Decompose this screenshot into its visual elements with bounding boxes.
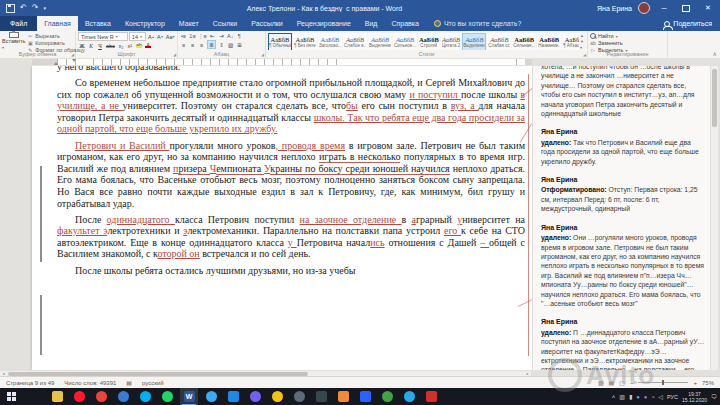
doc-paragraph[interactable]: Петрович и Василий прогуляли много уроко…	[57, 140, 525, 210]
ribbon-tab-ссылки[interactable]: Ссылки	[206, 16, 245, 31]
hidden-icons-chevron[interactable]: ˄	[612, 394, 616, 400]
first-line-indent-marker[interactable]	[72, 59, 76, 62]
vertical-scrollbar-thumb[interactable]	[712, 69, 717, 127]
doc-paragraph[interactable]: После школы ребята остались лучшими друз…	[57, 265, 525, 277]
font-color-button[interactable]: А	[144, 42, 152, 49]
styles-dialog-launcher[interactable]: ◢	[583, 52, 586, 57]
collapse-ribbon-icon[interactable]: ∧	[713, 50, 717, 57]
print-layout-icon[interactable]: ▤	[609, 379, 615, 386]
revision-block[interactable]: хотела, …и поступил чтобы он …осле школы…	[541, 66, 705, 118]
style-tile[interactable]: АаБбВ¶ Обычный	[268, 33, 292, 50]
ribbon-tab-файл[interactable]: Файл	[0, 16, 37, 31]
monitor-tray-icon[interactable]: ▥	[619, 393, 625, 400]
highlight-color-button[interactable]: ab	[135, 42, 143, 49]
borders-button[interactable]: ⊞	[236, 41, 243, 48]
taskbar-app-opera[interactable]	[70, 388, 88, 405]
style-tile[interactable]: АаБбВСтрогий	[418, 33, 440, 50]
styles-scroll-up-icon[interactable]: ▲	[580, 33, 584, 38]
revision-block[interactable]: Яна Еринаудалено: Они …рогуляли много ур…	[541, 223, 705, 309]
taskbar-app-acrobat[interactable]	[422, 388, 440, 405]
shrink-font-button[interactable]: А▼	[156, 33, 164, 40]
web-layout-icon[interactable]: ▢	[619, 379, 625, 386]
styles-scroll-down-icon[interactable]: ▼	[580, 39, 584, 44]
taskbar-app-green-app[interactable]	[378, 388, 396, 405]
taskbar-app-yellow-app[interactable]	[268, 388, 286, 405]
style-tile[interactable]: АаБбВВыделение	[368, 33, 392, 50]
justify-button[interactable]: ≣	[207, 40, 216, 49]
revision-block[interactable]: Яна Еринаудалено: П …диннадцатого класса…	[541, 317, 705, 370]
style-tile[interactable]: АаБбВСлабая сс...	[487, 33, 511, 50]
antivirus-icon[interactable]: ●	[644, 394, 648, 400]
document-text[interactable]: у него высшего образования.Со временем н…	[32, 66, 532, 276]
show-marks-button[interactable]: ¶	[236, 32, 243, 39]
ribbon-tab-вставка[interactable]: Вставка	[78, 16, 118, 31]
ribbon-tab-макет[interactable]: Макет	[172, 16, 206, 31]
style-tile[interactable]: АаБбВ¶ Абзац с...	[562, 33, 579, 50]
revision-block[interactable]: Яна Еринаудалено: Так что Петрович и Вас…	[541, 127, 705, 166]
zoom-in-icon[interactable]: +	[693, 380, 697, 386]
language-indicator[interactable]: русский	[142, 380, 164, 386]
style-tile[interactable]: АаБбВСильная...	[512, 33, 536, 50]
style-tile[interactable]: АаБбВСлабое в...	[343, 33, 367, 50]
close-button[interactable]: ✕	[700, 1, 716, 15]
replace-button[interactable]: abЗаменить	[590, 40, 665, 46]
styles-more-icon[interactable]: ▾	[580, 45, 584, 50]
taskbar-app-viber[interactable]	[246, 388, 264, 405]
taskbar-app-explorer[interactable]	[48, 388, 66, 405]
tell-me-box[interactable]: Что вы хотите сделать?	[426, 16, 529, 31]
italic-button[interactable]: К	[87, 42, 95, 49]
keyboard-language[interactable]: РУС	[667, 394, 678, 400]
decrease-indent-button[interactable]: ⇤	[209, 32, 216, 39]
bullets-button[interactable]: •≡	[180, 32, 187, 39]
page-indicator[interactable]: Страница 9 из 49	[6, 380, 54, 386]
save-icon[interactable]	[6, 4, 15, 13]
zoom-slider[interactable]	[638, 382, 688, 383]
taskbar-app-word[interactable]: W	[180, 388, 198, 405]
ribbon-tab-главная[interactable]: Главная	[37, 16, 78, 31]
doc-paragraph[interactable]: у него высшего образования.	[57, 66, 525, 73]
change-case-button[interactable]: Аа▾	[165, 33, 175, 40]
zoom-level[interactable]: 75%	[702, 380, 714, 386]
align-left-button[interactable]: ≡	[180, 41, 187, 48]
qat-customize-icon[interactable]: ▾	[43, 4, 46, 12]
sort-button[interactable]: А↓	[227, 32, 234, 39]
doc-paragraph[interactable]: После одиннадцатого класса Петрович пост…	[57, 214, 525, 260]
taskbar-app-mail[interactable]	[224, 388, 242, 405]
font-dialog-launcher[interactable]: ◢	[173, 52, 176, 57]
redo-icon[interactable]: ↷	[32, 4, 39, 12]
clipboard-dialog-launcher[interactable]: ◢	[71, 52, 74, 57]
style-tile[interactable]: АаБбВСильное...	[393, 33, 417, 50]
style-tile[interactable]: АаБбВЗаголово...	[318, 33, 342, 50]
share-button[interactable]: Поделиться	[656, 16, 720, 31]
ribbon-tab-рассылки[interactable]: Рассылки	[244, 16, 289, 31]
taskbar-app-blue-square-app[interactable]	[356, 388, 374, 405]
proofing-icon[interactable]: ▤	[126, 379, 132, 386]
taskbar-clock[interactable]: 19:3715.12.2020	[682, 391, 707, 403]
network-icon[interactable]: ⟓	[651, 393, 654, 400]
minimize-button[interactable]: ─	[656, 1, 672, 15]
restore-button[interactable]	[678, 1, 694, 15]
style-tile[interactable]: АаБбВНазвание...	[537, 33, 561, 50]
ribbon-tab-рецензирование[interactable]: Рецензирование	[290, 16, 358, 31]
bold-button[interactable]: Ж	[78, 42, 86, 49]
paragraph-dialog-launcher[interactable]: ◢	[261, 52, 264, 57]
style-tile[interactable]: АаБбВВыделенн...	[462, 33, 486, 50]
bluetooth-icon[interactable]: ●	[636, 394, 640, 400]
horizontal-ruler[interactable]	[0, 58, 720, 66]
subscript-button[interactable]: x₂	[117, 42, 125, 49]
taskbar-app-telegram[interactable]	[400, 388, 418, 405]
taskbar-app-skype[interactable]	[136, 388, 154, 405]
shading-button[interactable]: ▨	[227, 41, 234, 48]
increase-indent-button[interactable]: ⇥	[218, 32, 225, 39]
document-page[interactable]: у него высшего образования.Со временем н…	[32, 66, 532, 370]
paste-button[interactable]: Вставить ▾	[2, 32, 25, 50]
taskbar-app-whatsapp[interactable]	[158, 388, 176, 405]
font-size-combo[interactable]: 14▾	[129, 32, 146, 41]
taskbar-app-drop-app[interactable]	[202, 388, 220, 405]
notification-center-icon[interactable]: 🗨	[711, 394, 717, 400]
taskbar-app-folder-orange[interactable]	[334, 388, 352, 405]
doc-paragraph[interactable]: Со временем небольшое предприятие стало …	[57, 77, 525, 135]
volume-icon[interactable]: ◁	[658, 393, 663, 400]
find-button[interactable]: Найти▾	[590, 33, 665, 39]
style-tile[interactable]: АаБбВ¶ Без инте...	[293, 33, 317, 50]
